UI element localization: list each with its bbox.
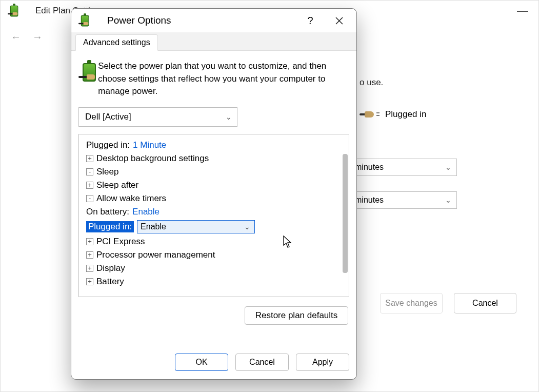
tree-label: Display [96, 263, 125, 273]
tree-row-battery[interactable]: + Battery [81, 275, 347, 288]
tree-label-selected: Plugged in: [86, 221, 134, 232]
tree-row-plugged-in-minute[interactable]: Plugged in: 1 Minute [81, 139, 347, 152]
tab-strip: Advanced settings [71, 32, 356, 51]
tab-advanced-settings[interactable]: Advanced settings [75, 34, 158, 51]
power-plan-select[interactable]: Dell [Active] ⌄ [78, 107, 237, 127]
tree-label: Desktop background settings [96, 153, 209, 164]
plugged-in-label: Plugged in [385, 109, 426, 120]
expand-icon[interactable]: + [86, 278, 93, 285]
power-options-icon [8, 4, 22, 18]
dropdown-value: minutes [355, 163, 384, 172]
collapse-icon[interactable]: - [86, 195, 93, 202]
scrollbar-thumb[interactable] [343, 154, 348, 273]
tree-row-plugged-in-selected[interactable]: Plugged in: Enable ⌄ [81, 219, 347, 235]
power-options-icon [78, 13, 93, 28]
tree-label: Processor power management [96, 250, 215, 260]
intro-text: Select the power plan that you want to c… [98, 60, 349, 98]
tree-row-display[interactable]: + Display [81, 262, 347, 275]
tree-label: Sleep after [96, 180, 138, 190]
chevron-down-icon: ⌄ [445, 163, 451, 171]
tree-label: Plugged in: [86, 140, 130, 150]
close-button[interactable] [325, 11, 353, 30]
power-plan-icon [78, 60, 90, 84]
expand-icon[interactable]: + [86, 265, 93, 272]
tree-label: Sleep [96, 167, 118, 177]
help-button[interactable]: ? [296, 11, 325, 30]
tree-row-proc[interactable]: + Processor power management [81, 248, 347, 262]
plan-select-value: Dell [Active] [85, 112, 131, 122]
expand-icon[interactable]: + [86, 155, 93, 162]
dropdown-value: minutes [355, 195, 384, 205]
tree-row-on-battery[interactable]: On battery: Enable [81, 205, 347, 219]
instruction-fragment: o use. [360, 77, 518, 88]
tree-row-pci[interactable]: + PCI Express [81, 235, 347, 248]
tree-label: On battery: [86, 207, 129, 217]
select-value: Enable [141, 222, 166, 231]
collapse-icon[interactable]: - [86, 168, 93, 175]
restore-defaults-button[interactable]: Restore plan defaults [245, 306, 348, 325]
tree-label: Allow wake timers [96, 193, 166, 204]
dialog-title: Power Options [107, 15, 171, 26]
power-options-dialog: Power Options ? Advanced settings Select… [71, 8, 357, 380]
ok-button[interactable]: OK [175, 354, 228, 371]
plug-icon [360, 108, 377, 121]
expand-icon[interactable]: + [86, 238, 93, 245]
tree-row-sleep[interactable]: - Sleep [81, 165, 347, 179]
tree-label: Battery [96, 277, 124, 287]
expand-icon[interactable]: + [86, 182, 93, 189]
sleep-dropdown-1[interactable]: minutes ⌄ [349, 159, 457, 176]
tree-value: Enable [132, 207, 159, 217]
nav-forward-icon[interactable]: → [32, 31, 43, 43]
settings-tree[interactable]: Plugged in: 1 Minute + Desktop backgroun… [78, 134, 349, 297]
apply-button[interactable]: Apply [296, 354, 349, 371]
nav-back-icon[interactable]: ← [11, 31, 21, 43]
expand-icon[interactable]: + [86, 251, 93, 259]
chevron-down-icon: ⌄ [244, 223, 250, 231]
close-icon [335, 17, 343, 25]
tree-row-sleep-after[interactable]: + Sleep after [81, 179, 347, 192]
tree-label: PCI Express [96, 237, 145, 247]
dialog-titlebar: Power Options ? [71, 9, 356, 32]
chevron-down-icon: ⌄ [226, 113, 232, 121]
cancel-button[interactable]: Cancel [235, 354, 289, 371]
tree-value: 1 Minute [133, 140, 166, 150]
back-cancel-button[interactable]: Cancel [454, 293, 516, 313]
dialog-button-row: OK Cancel Apply [71, 338, 356, 379]
wake-timers-plugged-in-select[interactable]: Enable ⌄ [137, 220, 255, 233]
chevron-down-icon: ⌄ [445, 196, 451, 204]
minimize-button[interactable]: — [517, 4, 528, 17]
tree-row-wake-timers[interactable]: - Allow wake timers [81, 192, 347, 205]
tree-row-desktop-bg[interactable]: + Desktop background settings [81, 152, 347, 165]
sleep-dropdown-2[interactable]: minutes ⌄ [349, 191, 457, 209]
save-changes-button[interactable]: Save changes [380, 293, 443, 313]
